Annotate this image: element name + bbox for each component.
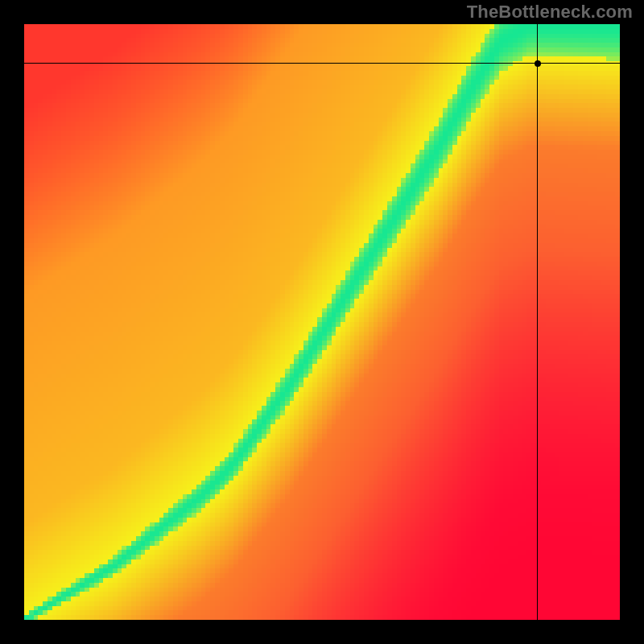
chart-container: TheBottleneck.com: [0, 0, 644, 644]
heatmap-canvas: [24, 24, 620, 620]
attribution-label: TheBottleneck.com: [467, 2, 633, 23]
heatmap-plot: [24, 24, 620, 620]
